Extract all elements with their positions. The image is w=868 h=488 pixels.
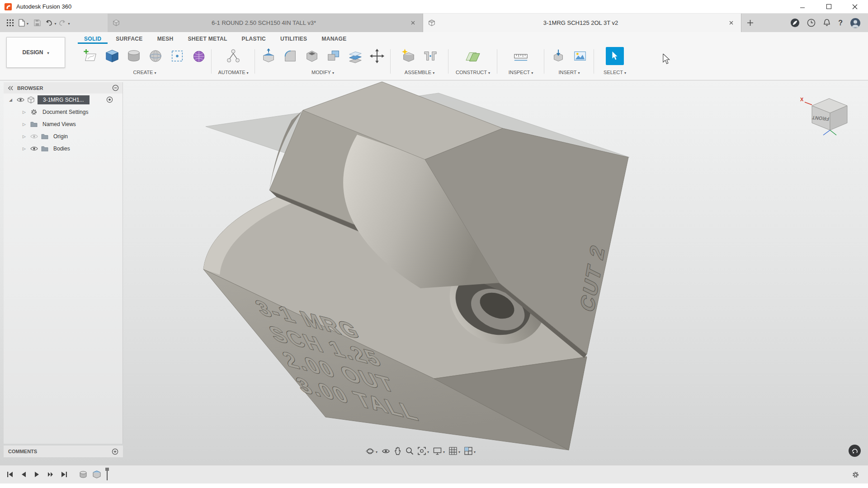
combine-button[interactable] — [325, 46, 343, 66]
save-icon[interactable] — [31, 16, 43, 30]
browser-item-origin[interactable]: ▷ Origin — [4, 130, 123, 142]
group-label-assemble[interactable]: ASSEMBLE — [405, 70, 434, 75]
move-button[interactable] — [368, 46, 386, 66]
file-menu-icon[interactable] — [17, 16, 30, 30]
tab-manage[interactable]: MANAGE — [315, 33, 353, 44]
tab-close-icon[interactable] — [726, 19, 736, 28]
eye-off-icon[interactable] — [30, 134, 38, 139]
clock-icon[interactable] — [807, 19, 816, 27]
step-forward-button[interactable] — [44, 468, 57, 481]
measure-button[interactable] — [512, 46, 530, 66]
canvas-image-button[interactable] — [571, 46, 589, 66]
tab-plastic[interactable]: PLASTIC — [236, 33, 272, 44]
new-component-button[interactable] — [400, 46, 418, 66]
browser-root-item[interactable]: ◢ 3-1MRG SCH1... — [4, 94, 123, 106]
timeline-feature-extrude[interactable] — [91, 469, 102, 480]
viewports-icon[interactable] — [463, 445, 477, 457]
grid-snaps-icon[interactable] — [448, 445, 462, 457]
document-tab-active[interactable]: 3-1MRG SCH125 2OL 3T v2 — [423, 14, 741, 32]
automate-button[interactable] — [224, 46, 242, 66]
primitive-sphere-button[interactable] — [146, 46, 165, 66]
group-label-select[interactable]: SELECT — [604, 70, 626, 75]
zoom-icon[interactable] — [404, 445, 415, 457]
offset-face-button[interactable] — [346, 46, 364, 66]
dropdown-caret-icon — [530, 70, 533, 75]
tab-solid[interactable]: SOLID — [78, 33, 108, 44]
skip-to-end-button[interactable] — [58, 468, 71, 481]
pattern-button[interactable] — [168, 46, 186, 66]
tab-sheet-metal[interactable]: SHEET METAL — [182, 33, 234, 44]
expand-arrow-icon[interactable]: ▷ — [23, 122, 27, 127]
primitive-cylinder-button[interactable] — [125, 46, 143, 66]
group-label-automate[interactable]: AUTOMATE — [218, 70, 248, 75]
eye-icon[interactable] — [17, 97, 24, 103]
activate-component-icon[interactable] — [106, 96, 113, 103]
timeline-feature-sketch[interactable] — [78, 469, 89, 480]
help-icon[interactable]: ? — [838, 19, 843, 27]
press-pull-button[interactable] — [259, 46, 278, 66]
bell-icon[interactable] — [823, 19, 831, 27]
workspace-selector[interactable]: DESIGN — [6, 37, 65, 68]
look-at-icon[interactable] — [380, 445, 392, 457]
expand-arrow-icon[interactable]: ▷ — [23, 134, 27, 139]
dropdown-caret-icon — [374, 448, 377, 455]
primitive-box-button[interactable] — [103, 46, 121, 66]
collapse-all-icon[interactable] — [112, 84, 119, 91]
close-button[interactable] — [842, 0, 868, 14]
model-3d[interactable]: 3-1 MRG SCH 1.25 2.00 OUT 3.00 TALL CUT … — [0, 80, 868, 465]
comments-bar[interactable]: COMMENTS — [4, 446, 123, 457]
viewport-canvas[interactable]: 3-1 MRG SCH 1.25 2.00 OUT 3.00 TALL CUT … — [0, 80, 868, 465]
group-label-inspect[interactable]: INSPECT — [509, 70, 533, 75]
joint-button[interactable] — [421, 46, 439, 66]
pan-icon[interactable] — [393, 445, 403, 457]
group-label-construct[interactable]: CONSTRUCT — [456, 70, 490, 75]
maximize-button[interactable] — [816, 0, 842, 14]
job-status-icon[interactable] — [849, 445, 861, 457]
fit-icon[interactable] — [416, 445, 430, 457]
minimize-button[interactable] — [789, 0, 816, 14]
viewcube[interactable]: X FRONT — [797, 89, 856, 138]
skip-to-start-button[interactable] — [4, 468, 16, 481]
avatar[interactable] — [850, 18, 861, 28]
browser-item-label: Bodies — [52, 145, 72, 153]
group-label-modify[interactable]: MODIFY — [311, 70, 334, 75]
create-sketch-button[interactable] — [81, 46, 99, 66]
orbit-icon[interactable] — [364, 445, 379, 457]
expand-arrow-icon[interactable]: ▷ — [23, 146, 27, 151]
extensions-icon[interactable] — [790, 18, 800, 28]
redo-icon[interactable] — [58, 16, 71, 30]
timeline-position-marker[interactable] — [105, 468, 109, 481]
create-form-button[interactable] — [190, 46, 208, 66]
tab-mesh[interactable]: MESH — [151, 33, 180, 44]
tab-utilities[interactable]: UTILITIES — [274, 33, 313, 44]
tab-surface[interactable]: SURFACE — [109, 33, 149, 44]
shell-button[interactable] — [303, 46, 321, 66]
step-back-button[interactable] — [17, 468, 30, 481]
browser-item-bodies[interactable]: ▷ Bodies — [4, 142, 123, 155]
display-settings-icon[interactable] — [432, 445, 446, 457]
browser-item-named-views[interactable]: ▷ Named Views — [4, 118, 123, 130]
comments-expand-icon[interactable] — [112, 448, 118, 455]
group-label-create[interactable]: CREATE — [133, 70, 156, 75]
select-tool-button[interactable] — [606, 47, 624, 65]
construct-plane-button[interactable] — [464, 46, 482, 66]
dropdown-caret-icon — [331, 70, 334, 75]
expand-arrow-icon[interactable]: ▷ — [23, 110, 27, 114]
group-label-insert[interactable]: INSERT — [558, 70, 580, 75]
eye-icon[interactable] — [30, 146, 38, 151]
root-document-label[interactable]: 3-1MRG SCH1... — [38, 95, 90, 104]
app-grid-icon[interactable] — [4, 16, 16, 30]
insert-button[interactable] — [549, 46, 567, 66]
browser-item-document-settings[interactable]: ▷ Document Settings — [4, 106, 123, 118]
timeline-settings-gear-icon[interactable] — [849, 468, 862, 481]
fillet-button[interactable] — [281, 46, 299, 66]
tab-close-icon[interactable] — [408, 19, 417, 28]
timeline-features — [78, 468, 109, 481]
new-tab-icon[interactable] — [741, 14, 759, 32]
dropdown-caret-icon — [487, 70, 490, 75]
expand-arrow-icon[interactable]: ◢ — [9, 98, 14, 102]
document-tab-inactive[interactable]: 6-1 ROUND 2.50 SCH150 4IN TALL v3* — [108, 14, 423, 32]
collapse-panel-icon[interactable] — [7, 85, 14, 91]
play-button[interactable] — [31, 468, 43, 481]
undo-icon[interactable] — [44, 16, 57, 30]
